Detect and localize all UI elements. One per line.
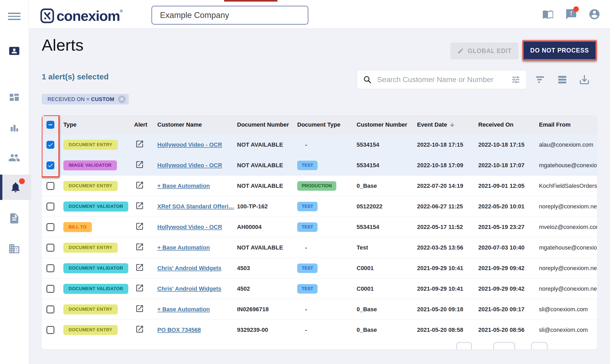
table-row[interactable]: DOCUMENT ENTRY PO BOX 734568 9329239-00 … [42, 319, 597, 340]
document-number-cell: 100-TP-162 [234, 203, 293, 210]
type-badge: BILL TO [63, 222, 92, 232]
document-number-cell: NOT AVAILABLE [234, 183, 293, 189]
email-from-cell: sli@conexiom.com [532, 327, 597, 333]
search-input[interactable] [377, 75, 511, 84]
open-alert-icon[interactable] [135, 140, 144, 149]
sidebar-item-company[interactable] [0, 237, 29, 260]
column-header-alert[interactable]: Alert [129, 121, 155, 128]
feedback-notification-dot [573, 6, 579, 12]
customer-name-link[interactable]: + Base Automation [157, 244, 210, 251]
company-selector-input[interactable] [160, 11, 300, 20]
document-number-cell: 4502 [234, 285, 293, 292]
row-checkbox[interactable] [46, 285, 54, 293]
rows-density-icon[interactable] [556, 74, 568, 86]
column-header-email-from[interactable]: Email From [532, 121, 597, 128]
customer-name-link[interactable]: XRef SOA Standard Offeri… [157, 203, 234, 210]
row-checkbox[interactable] [46, 141, 54, 149]
customer-name-link[interactable]: PO BOX 734568 [157, 327, 201, 333]
customer-number-cell: 05122022 [352, 203, 413, 210]
row-checkbox[interactable] [46, 182, 54, 190]
sidebar-item-documents[interactable] [0, 207, 29, 230]
account-icon[interactable] [588, 8, 600, 20]
help-book-icon[interactable] [542, 8, 554, 20]
table-row[interactable]: IMAGE VALIDATOR Hollywood Video - OCR NO… [42, 155, 597, 175]
customer-number-cell: 0_Base [352, 327, 413, 333]
column-header-customer-name[interactable]: Customer Name [155, 121, 234, 128]
open-alert-icon[interactable] [135, 263, 144, 272]
logo-wordmark: conexiom [56, 8, 120, 24]
open-alert-icon[interactable] [135, 201, 144, 210]
column-header-event-date[interactable]: Event Date [413, 121, 474, 128]
event-date-cell: 2021-05-20 09:18 [413, 306, 474, 313]
column-header-document-number[interactable]: Document Number [234, 121, 293, 128]
table-row[interactable]: DOCUMENT VALIDATOR Chris' Android Widget… [42, 258, 597, 278]
row-checkbox[interactable] [46, 223, 54, 231]
column-header-document-type[interactable]: Document Type [293, 121, 352, 128]
document-type-badge: TEST [297, 202, 318, 211]
table-body: DOCUMENT ENTRY Hollywood Video - OCR NOT… [42, 134, 597, 340]
search-box[interactable] [357, 70, 527, 89]
select-all-checkbox[interactable] [46, 121, 54, 129]
table-row[interactable]: DOCUMENT VALIDATOR XRef SOA Standard Off… [42, 196, 597, 217]
customer-name-link[interactable]: Hollywood Video - OCR [157, 162, 222, 169]
row-checkbox[interactable] [46, 161, 54, 169]
email-from-cell: noreply@conexiom.net [532, 285, 597, 292]
open-alert-icon[interactable] [135, 181, 144, 190]
customer-name-link[interactable]: Chris' Android Widgets [157, 265, 221, 271]
customer-name-link[interactable]: + Base Automation [157, 306, 210, 313]
open-alert-icon[interactable] [135, 160, 144, 169]
open-alert-icon[interactable] [135, 325, 144, 334]
table-row[interactable]: DOCUMENT ENTRY + Base Automation IN02696… [42, 299, 597, 319]
tune-icon[interactable] [511, 75, 521, 84]
row-checkbox[interactable] [46, 244, 54, 252]
open-alert-icon[interactable] [135, 242, 144, 251]
received-on-cell: 2020-07-03 10:40 [474, 244, 532, 251]
filter-icon[interactable] [534, 74, 546, 86]
sidebar-item-users[interactable] [0, 146, 29, 169]
table-row[interactable]: DOCUMENT ENTRY Hollywood Video - OCR NOT… [42, 134, 597, 155]
do-not-process-button[interactable]: DO NOT PROCESS [524, 42, 595, 59]
table-row[interactable]: DOCUMENT ENTRY + Base Automation NOT AVA… [42, 175, 597, 196]
row-checkbox[interactable] [46, 264, 54, 272]
customer-number-cell: 5534154 [352, 224, 413, 231]
column-header-type[interactable]: Type [59, 121, 129, 128]
row-checkbox[interactable] [46, 305, 54, 313]
pagination-stub-2[interactable] [493, 342, 515, 349]
filter-chip-received-on[interactable]: RECEIVED ON = CUSTOM ✕ [42, 94, 129, 104]
search-icon [363, 75, 372, 84]
sidebar-item-reports[interactable] [0, 116, 29, 139]
table-row[interactable]: BILL TO Hollywood Video - OCR AH00004 TE… [42, 217, 597, 237]
pagination-stub-1[interactable] [456, 342, 472, 349]
sidebar-item-alerts[interactable] [0, 175, 31, 200]
open-alert-icon[interactable] [135, 304, 144, 313]
download-icon[interactable] [578, 74, 590, 86]
event-date-cell: 2022-05-17 11:52 [413, 224, 474, 231]
chip-close-icon[interactable]: ✕ [118, 95, 126, 103]
table-row[interactable]: DOCUMENT VALIDATOR Chris' Android Widget… [42, 278, 597, 299]
customer-name-link[interactable]: Hollywood Video - OCR [157, 141, 222, 148]
row-checkbox[interactable] [46, 203, 54, 210]
email-from-cell: alau@conexiom.com [532, 141, 597, 148]
row-checkbox[interactable] [46, 326, 54, 334]
feedback-icon[interactable] [565, 8, 577, 20]
bar-chart-icon [8, 121, 20, 133]
customer-name-link[interactable]: + Base Automation [157, 183, 210, 189]
customer-name-link[interactable]: Chris' Android Widgets [157, 285, 221, 292]
customer-name-link[interactable]: Hollywood Video - OCR [157, 224, 222, 230]
sidebar-item-contacts[interactable] [0, 39, 29, 63]
column-header-received-on[interactable]: Received On [474, 121, 532, 128]
company-selector[interactable] [152, 6, 308, 25]
table-row[interactable]: DOCUMENT ENTRY + Base Automation NOT AVA… [42, 237, 597, 258]
column-header-customer-number[interactable]: Customer Number [352, 121, 413, 128]
menu-icon[interactable] [8, 13, 21, 22]
received-on-cell: 2022-10-18 17:07 [474, 162, 532, 169]
open-alert-icon[interactable] [135, 284, 144, 293]
received-on-cell: 2021-09-29 09:42 [474, 285, 532, 292]
pagination-stub-3[interactable] [531, 342, 547, 349]
type-badge: IMAGE VALIDATOR [63, 160, 117, 170]
sidebar-item-dashboard[interactable] [0, 86, 29, 109]
document-icon [8, 212, 20, 224]
global-edit-button[interactable]: GLOBAL EDIT [450, 42, 518, 59]
open-alert-icon[interactable] [135, 222, 144, 231]
customer-number-cell: 5534154 [352, 162, 413, 169]
